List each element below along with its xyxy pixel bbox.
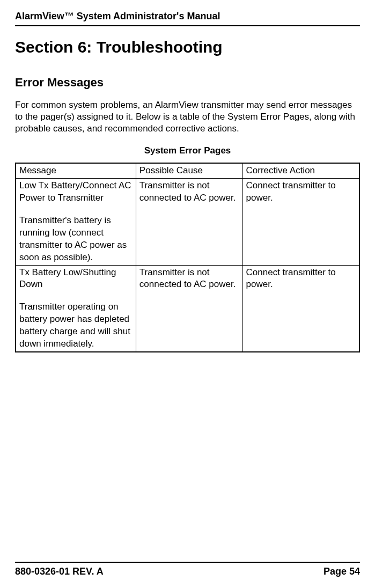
table-header-row: Message Possible Cause Corrective Action <box>16 163 359 178</box>
cell-cause: Transmitter is not connected to AC power… <box>136 179 242 265</box>
col-header-action: Corrective Action <box>242 163 359 178</box>
page-number: Page 54 <box>323 566 360 577</box>
table-caption: System Error Pages <box>15 145 360 156</box>
table-row: Low Tx Battery/Connect AC Power to Trans… <box>16 179 359 265</box>
header-rule <box>15 25 360 26</box>
message-secondary: Transmitter operating on battery power h… <box>19 301 133 350</box>
subsection-title: Error Messages <box>15 76 360 90</box>
message-primary: Low Tx Battery/Connect AC Power to Trans… <box>19 180 133 204</box>
message-primary: Tx Battery Low/Shutting Down <box>19 267 133 291</box>
cell-action: Connect transmitter to power. <box>242 179 359 265</box>
message-secondary: Transmitter's battery is running low (co… <box>19 215 133 264</box>
cell-message: Tx Battery Low/Shutting Down Transmitter… <box>16 265 136 352</box>
table-row: Tx Battery Low/Shutting Down Transmitter… <box>16 265 359 352</box>
col-header-cause: Possible Cause <box>136 163 242 178</box>
cell-cause: Transmitter is not connected to AC power… <box>136 265 242 352</box>
col-header-message: Message <box>16 163 136 178</box>
section-title: Section 6: Troubleshooting <box>15 38 360 56</box>
error-table: Message Possible Cause Corrective Action… <box>15 163 360 352</box>
cell-action: Connect transmitter to power. <box>242 265 359 352</box>
doc-rev: 880-0326-01 REV. A <box>15 566 104 577</box>
footer-rule <box>15 562 360 563</box>
page-footer: 880-0326-01 REV. A Page 54 <box>15 562 360 577</box>
cell-message: Low Tx Battery/Connect AC Power to Trans… <box>16 179 136 265</box>
intro-paragraph: For common system problems, an AlarmView… <box>15 99 360 135</box>
manual-title: AlarmView™ System Administrator's Manual <box>15 11 360 22</box>
